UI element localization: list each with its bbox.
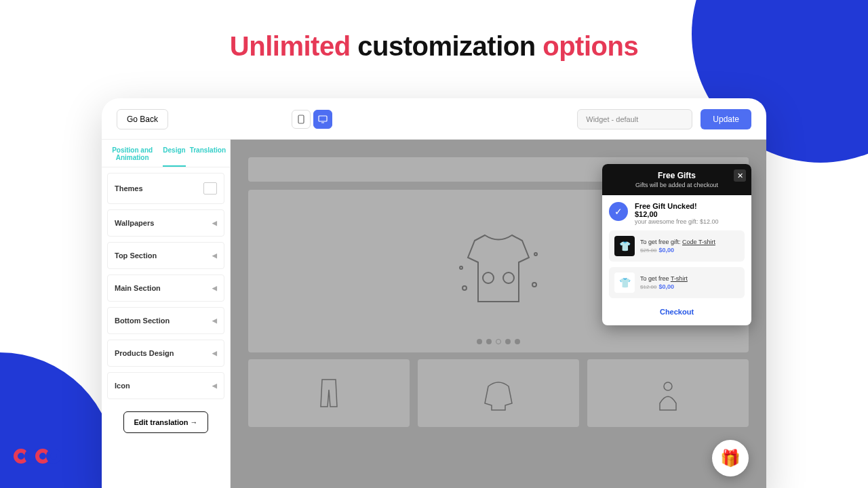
panel-label: Icon bbox=[115, 382, 130, 390]
tab-design[interactable]: Design bbox=[163, 146, 185, 167]
checkmark-icon: ✓ bbox=[609, 202, 628, 221]
gift-name: T-shirt bbox=[671, 275, 688, 282]
tshirt-light-icon: 👕 bbox=[614, 272, 635, 293]
svg-rect-1 bbox=[319, 116, 327, 121]
gift-new-price: $0,00 bbox=[658, 247, 674, 253]
decor-circle-bottom-left bbox=[0, 352, 115, 488]
gift-old-price: $12.00 bbox=[640, 284, 656, 290]
mobile-view-button[interactable] bbox=[292, 110, 311, 129]
svg-point-3 bbox=[483, 272, 494, 283]
panel-products-design[interactable]: Products Design ◀ bbox=[107, 340, 224, 367]
pants-icon bbox=[309, 373, 349, 413]
gift-new-price: $0,00 bbox=[658, 283, 674, 290]
sidebar: Position and Animation Design Translatio… bbox=[102, 140, 231, 488]
widget-title: Free Gifts bbox=[609, 171, 745, 180]
product-card bbox=[418, 359, 579, 427]
widget-subtitle: Gifts will be added at checkout bbox=[609, 182, 745, 188]
checkout-button[interactable]: Checkout bbox=[609, 304, 745, 319]
carousel-dots[interactable] bbox=[477, 339, 520, 344]
sweater-icon bbox=[478, 373, 519, 413]
product-card bbox=[248, 359, 410, 427]
gift-prefix: To get free gift: bbox=[640, 239, 682, 245]
widget-body: ✓ Free Gift Uncked! $12,00 your awesome … bbox=[602, 195, 751, 325]
body-row: Position and Animation Design Translatio… bbox=[102, 140, 766, 488]
chevron-left-icon: ◀ bbox=[212, 252, 217, 259]
close-widget-button[interactable]: ✕ bbox=[734, 169, 746, 182]
svg-point-7 bbox=[462, 286, 467, 290]
mobile-icon bbox=[298, 115, 304, 124]
product-row bbox=[248, 359, 749, 427]
unlock-price: $12,00 bbox=[635, 210, 719, 218]
unlock-title: Free Gift Uncked! bbox=[635, 202, 719, 210]
gift-info: To get free T-shirt $12.00$0,00 bbox=[640, 275, 688, 290]
chevron-left-icon: ◀ bbox=[212, 285, 217, 291]
gift-fab-button[interactable]: 🎁 bbox=[712, 440, 749, 476]
hat-icon bbox=[648, 373, 688, 413]
app-window: Go Back Widget - default Update Position… bbox=[102, 98, 766, 488]
svg-point-5 bbox=[460, 266, 462, 269]
panel-wallpapers[interactable]: Wallpapers ◀ bbox=[107, 209, 224, 237]
desktop-icon bbox=[318, 115, 328, 123]
headline-word-1: Unlimited bbox=[230, 31, 351, 61]
brand-logo bbox=[14, 449, 61, 464]
headline-word-2: customization bbox=[357, 31, 535, 61]
gift-old-price: $25.00 bbox=[640, 247, 656, 253]
panel-label: Bottom Section bbox=[115, 317, 170, 325]
panel-label: Products Design bbox=[115, 349, 174, 357]
unlock-row: ✓ Free Gift Uncked! $12,00 your awesome … bbox=[609, 202, 745, 225]
unlock-sub: your awesome free gift: $12.00 bbox=[635, 218, 719, 225]
unlock-text: Free Gift Uncked! $12,00 your awesome fr… bbox=[635, 202, 719, 225]
shirt-illustration-icon bbox=[448, 220, 549, 322]
svg-point-8 bbox=[532, 283, 536, 287]
panel-label: Themes bbox=[115, 184, 143, 192]
theme-thumbnail-icon bbox=[203, 182, 217, 195]
svg-point-9 bbox=[664, 382, 672, 390]
gift-name: Code T-shirt bbox=[682, 239, 715, 245]
headline-word-3: options bbox=[542, 31, 638, 61]
svg-rect-0 bbox=[298, 115, 304, 123]
edit-translation-button[interactable]: Edit translation → bbox=[123, 411, 208, 433]
tab-translation[interactable]: Translation bbox=[190, 146, 226, 167]
panel-icon[interactable]: Icon ◀ bbox=[107, 372, 224, 399]
panel-main-section[interactable]: Main Section ◀ bbox=[107, 274, 224, 302]
chevron-left-icon: ◀ bbox=[212, 350, 217, 357]
preview-area: Free Gifts Gifts will be added at checko… bbox=[231, 140, 766, 488]
svg-point-4 bbox=[503, 272, 514, 283]
chevron-left-icon: ◀ bbox=[212, 317, 217, 324]
chevron-left-icon: ◀ bbox=[212, 220, 217, 226]
svg-point-6 bbox=[534, 253, 537, 256]
panel-bottom-section[interactable]: Bottom Section ◀ bbox=[107, 307, 224, 334]
chevron-left-icon: ◀ bbox=[212, 382, 217, 389]
gift-info: To get free gift: Code T-shirt $25.00$0,… bbox=[640, 239, 715, 253]
widget-selector[interactable]: Widget - default bbox=[577, 109, 692, 129]
gift-card-1[interactable]: 👕 To get free gift: Code T-shirt $25.00$… bbox=[609, 230, 745, 262]
panel-top-section[interactable]: Top Section ◀ bbox=[107, 242, 224, 269]
tab-position-animation[interactable]: Position and Animation bbox=[106, 146, 159, 167]
gift-icon: 🎁 bbox=[720, 449, 741, 468]
go-back-button[interactable]: Go Back bbox=[117, 109, 168, 129]
panel-label: Wallpapers bbox=[115, 219, 154, 227]
logo-o3-icon bbox=[46, 449, 61, 464]
panel-label: Main Section bbox=[115, 284, 161, 292]
panel-label: Top Section bbox=[115, 251, 157, 260]
close-icon: ✕ bbox=[737, 171, 743, 180]
top-toolbar: Go Back Widget - default Update bbox=[102, 98, 766, 140]
update-button[interactable]: Update bbox=[701, 109, 751, 129]
panel-themes[interactable]: Themes bbox=[107, 173, 224, 204]
page-headline: Unlimited customization options bbox=[0, 31, 868, 62]
gift-card-2[interactable]: 👕 To get free T-shirt $12.00$0,00 bbox=[609, 267, 745, 298]
desktop-view-button[interactable] bbox=[313, 110, 332, 129]
widget-header: Free Gifts Gifts will be added at checko… bbox=[602, 164, 751, 195]
gift-prefix: To get free bbox=[640, 275, 671, 282]
device-toggle bbox=[292, 110, 332, 129]
tshirt-dark-icon: 👕 bbox=[614, 236, 635, 256]
sidebar-tabs: Position and Animation Design Translatio… bbox=[102, 140, 230, 167]
panel-list: Themes Wallpapers ◀ Top Section ◀ Main S… bbox=[102, 167, 230, 405]
product-card bbox=[587, 359, 749, 427]
free-gifts-widget: Free Gifts Gifts will be added at checko… bbox=[602, 164, 751, 325]
